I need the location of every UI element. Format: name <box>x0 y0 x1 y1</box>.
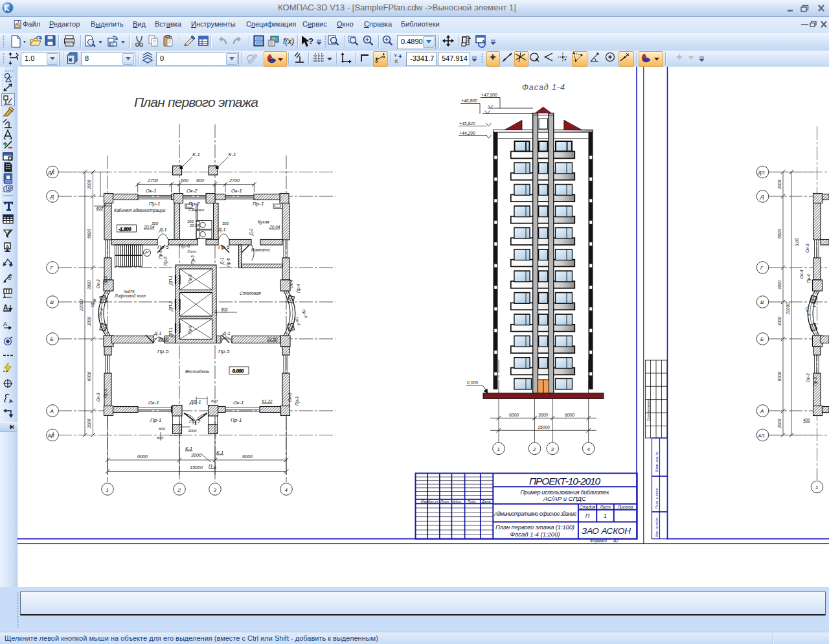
svg-text:22000: 22000 <box>79 299 84 312</box>
svg-text:Лист: Лист <box>599 505 611 509</box>
svg-text:План первого этажа: План первого этажа <box>134 95 258 109</box>
svg-text:Согласовано: Согласовано <box>646 399 650 421</box>
svg-text:Изм.: Изм. <box>421 500 428 503</box>
svg-text:Лифтовой холл: Лифтовой холл <box>114 293 146 299</box>
svg-text:3: 3 <box>551 446 554 452</box>
svg-text:39.50: 39.50 <box>267 337 278 341</box>
svg-text:Ок-1: Ок-1 <box>233 400 244 406</box>
svg-text:Столовая: Столовая <box>240 291 261 295</box>
svg-text:3000: 3000 <box>538 413 548 417</box>
svg-text:ПРОЕКТ-10-2010: ПРОЕКТ-10-2010 <box>529 476 600 487</box>
svg-text:Кол.уч.: Кол.уч. <box>428 500 439 503</box>
svg-text:2000: 2000 <box>87 419 91 429</box>
svg-text:Пр-5: Пр-5 <box>157 244 169 250</box>
svg-text:Вестибюль: Вестибюль <box>185 369 210 374</box>
svg-text:Пр-4: Пр-4 <box>806 274 812 283</box>
svg-text:Ок-3: Ок-3 <box>96 279 100 288</box>
svg-text:Взам. инв. №: Взам. инв. № <box>655 451 659 472</box>
svg-text:3000: 3000 <box>777 316 782 326</box>
svg-text:Административно-офисное здание: Административно-офисное здание <box>494 511 576 517</box>
svg-text:6000: 6000 <box>509 413 519 417</box>
svg-text:6000: 6000 <box>565 413 574 417</box>
svg-text:600: 600 <box>211 399 218 403</box>
svg-text:А: А <box>50 408 54 414</box>
svg-text:1: 1 <box>497 446 500 452</box>
svg-text:3000: 3000 <box>191 452 201 458</box>
svg-text:f(x): f(x) <box>283 37 294 46</box>
svg-text:Пр-3: Пр-3 <box>103 389 108 398</box>
svg-text:А2: А2 <box>613 538 619 543</box>
svg-text:4: 4 <box>587 446 590 452</box>
svg-text:Д-1: Д-1 <box>220 257 225 265</box>
svg-text:3000: 3000 <box>87 280 91 290</box>
svg-text:300: 300 <box>222 222 229 225</box>
svg-text:600: 600 <box>181 178 188 183</box>
svg-text:К-1: К-1 <box>185 446 192 452</box>
svg-text:Пр-5: Пр-5 <box>190 255 196 264</box>
svg-text:ДП-1: ДП-1 <box>168 327 174 338</box>
svg-text:Комната: Комната <box>251 247 270 252</box>
svg-text:Д: Д <box>50 194 54 200</box>
svg-text:Д-1: Д-1 <box>153 330 161 336</box>
svg-text:Пр-6: Пр-6 <box>179 243 190 249</box>
svg-text:Д/1: Д/1 <box>758 170 766 176</box>
svg-text:+44,200: +44,200 <box>459 131 475 135</box>
svg-text:П-1: П-1 <box>209 463 216 469</box>
svg-text:Пр-2: Пр-2 <box>188 201 200 207</box>
svg-text:Ок-1: Ок-1 <box>148 400 159 406</box>
svg-text:1: 1 <box>106 487 109 493</box>
svg-text:0,000: 0,000 <box>467 380 478 385</box>
svg-text:400: 400 <box>221 307 228 312</box>
svg-text:Пр-3: Пр-3 <box>295 397 300 406</box>
svg-text:3000: 3000 <box>87 316 91 326</box>
svg-text:АС/АР и СПДС: АС/АР и СПДС <box>543 495 586 502</box>
svg-text:20.69: 20.69 <box>189 224 199 227</box>
svg-text:А: А <box>760 408 764 414</box>
svg-text:Д: Д <box>760 194 764 200</box>
svg-text:2000: 2000 <box>777 419 782 429</box>
svg-text:9,00: 9,00 <box>795 238 799 246</box>
svg-text:6000: 6000 <box>87 371 91 381</box>
svg-text:2700: 2700 <box>147 178 158 183</box>
svg-text:Кабинет администрации: Кабинет администрации <box>114 208 166 213</box>
svg-text:П: П <box>585 512 590 519</box>
svg-text:Пр-7: Пр-7 <box>189 419 201 424</box>
svg-text:2: 2 <box>177 487 181 493</box>
svg-text:3000: 3000 <box>188 429 197 433</box>
svg-text:Б: Б <box>51 336 54 342</box>
svg-text:Санузел: Санузел <box>188 207 205 212</box>
svg-text:61.22: 61.22 <box>262 399 273 404</box>
svg-text:ДВ-1: ДВ-1 <box>189 399 201 405</box>
svg-text:В: В <box>760 299 764 305</box>
svg-text:400: 400 <box>96 206 103 211</box>
svg-text:Пр-3: Пр-3 <box>813 377 818 386</box>
svg-text:400: 400 <box>803 418 810 422</box>
svg-text:?: ? <box>308 36 313 46</box>
svg-text:Пр-1: Пр-1 <box>231 417 242 423</box>
svg-text:ЗАО АСКОН: ЗАО АСКОН <box>582 526 631 536</box>
svg-text:2000: 2000 <box>777 179 782 190</box>
svg-text:2700: 2700 <box>229 178 240 183</box>
svg-text:Пр-5: Пр-5 <box>157 349 169 354</box>
svg-text:+47,900: +47,900 <box>481 93 497 97</box>
svg-text:А/1: А/1 <box>47 433 55 438</box>
svg-text:Ок-1: Ок-1 <box>146 188 157 194</box>
svg-text:Холл: Холл <box>187 249 197 253</box>
svg-text:А/1: А/1 <box>758 433 766 438</box>
svg-text:План первого этажа (1:100): План первого этажа (1:100) <box>495 523 574 531</box>
svg-text:2: 2 <box>532 446 536 452</box>
svg-text:Подп.: Подп. <box>468 500 477 503</box>
svg-text:Лист: Лист <box>440 500 449 503</box>
svg-text:1: 1 <box>815 485 818 490</box>
svg-text:+45,820: +45,820 <box>459 121 475 126</box>
svg-text:Г: Г <box>51 265 54 271</box>
svg-text:Пр-1: Пр-1 <box>253 201 264 207</box>
svg-text:600: 600 <box>196 178 204 183</box>
svg-text:Пр-5: Пр-5 <box>218 349 230 354</box>
svg-text:Фасад 1-4: Фасад 1-4 <box>522 83 565 92</box>
svg-text:К-1: К-1 <box>192 152 200 157</box>
svg-text:Пр-4: Пр-4 <box>296 284 301 293</box>
svg-text:4: 4 <box>285 487 288 493</box>
svg-text:6000: 6000 <box>777 371 782 381</box>
svg-text:Г: Г <box>760 265 764 271</box>
